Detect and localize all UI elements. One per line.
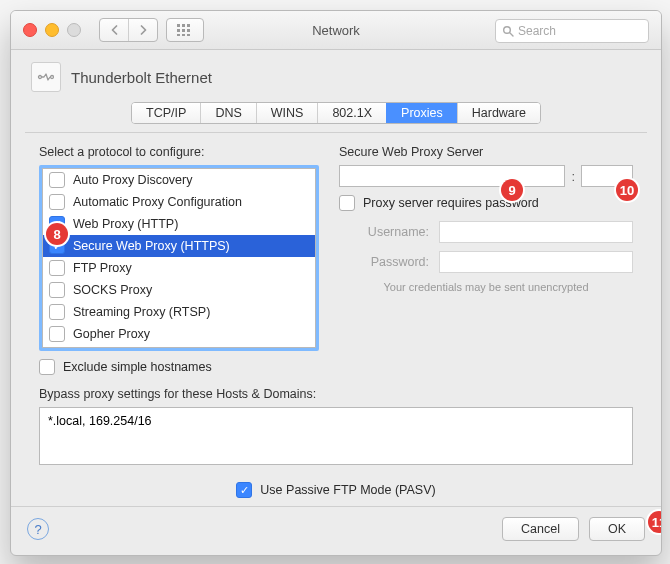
- protocol-label: Streaming Proxy (RTSP): [73, 305, 210, 319]
- protocol-checkbox[interactable]: [49, 260, 65, 276]
- protocol-row[interactable]: Gopher Proxy: [43, 323, 315, 345]
- content-area: Thunderbolt Ethernet TCP/IPDNSWINS802.1X…: [11, 50, 661, 555]
- exclude-simple-label: Exclude simple hostnames: [63, 360, 212, 374]
- interface-name: Thunderbolt Ethernet: [71, 69, 212, 86]
- annotation-9: 9: [501, 179, 523, 201]
- show-all-button[interactable]: [166, 18, 204, 42]
- tab-802-1x[interactable]: 802.1X: [317, 103, 386, 123]
- proxies-panel: Select a protocol to configure: Auto Pro…: [25, 132, 647, 506]
- proxy-server-header: Secure Web Proxy Server: [339, 145, 633, 159]
- svg-point-11: [39, 76, 42, 79]
- svg-rect-3: [177, 29, 180, 32]
- chevron-right-icon: [139, 25, 148, 35]
- svg-rect-1: [182, 24, 185, 27]
- tab-tcp-ip[interactable]: TCP/IP: [132, 103, 200, 123]
- nav-forward-button[interactable]: [128, 19, 157, 41]
- chevron-left-icon: [110, 25, 119, 35]
- svg-rect-4: [182, 29, 185, 32]
- protocol-checkbox[interactable]: [49, 194, 65, 210]
- protocol-row[interactable]: FTP Proxy: [43, 257, 315, 279]
- host-port-separator: :: [571, 169, 575, 184]
- svg-point-9: [504, 27, 511, 34]
- svg-rect-0: [177, 24, 180, 27]
- tab-proxies[interactable]: Proxies: [386, 103, 457, 123]
- protocol-label: Gopher Proxy: [73, 327, 150, 341]
- bypass-label: Bypass proxy settings for these Hosts & …: [39, 387, 633, 401]
- protocol-label: Auto Proxy Discovery: [73, 173, 192, 187]
- protocol-label: Automatic Proxy Configuration: [73, 195, 242, 209]
- window-traffic-lights: [11, 23, 81, 37]
- interface-header: Thunderbolt Ethernet: [31, 62, 643, 92]
- protocol-label: SOCKS Proxy: [73, 283, 152, 297]
- protocol-row[interactable]: Auto Proxy Discovery: [43, 169, 315, 191]
- requires-password-checkbox[interactable]: [339, 195, 355, 211]
- tab-wins[interactable]: WINS: [256, 103, 318, 123]
- unencrypted-warning: Your credentials may be sent unencrypted: [339, 281, 633, 293]
- tab-hardware[interactable]: Hardware: [457, 103, 540, 123]
- nav-back-forward[interactable]: [99, 18, 158, 42]
- protocol-select-label: Select a protocol to configure:: [39, 145, 319, 159]
- tab-bar: TCP/IPDNSWINS802.1XProxiesHardware: [29, 102, 643, 124]
- password-label: Password:: [339, 255, 439, 269]
- ok-button[interactable]: OK: [589, 517, 645, 541]
- username-input[interactable]: [439, 221, 633, 243]
- annotation-10: 10: [616, 179, 638, 201]
- protocol-label: Secure Web Proxy (HTTPS): [73, 239, 230, 253]
- grid-icon: [177, 24, 193, 36]
- search-placeholder: Search: [518, 24, 556, 38]
- svg-rect-6: [177, 34, 180, 36]
- protocol-listbox[interactable]: Auto Proxy DiscoveryAutomatic Proxy Conf…: [39, 165, 319, 351]
- dialog-footer: ? Cancel OK: [11, 506, 661, 555]
- protocol-row[interactable]: SOCKS Proxy: [43, 279, 315, 301]
- svg-rect-2: [187, 24, 190, 27]
- tab-dns[interactable]: DNS: [200, 103, 255, 123]
- protocol-checkbox[interactable]: [49, 304, 65, 320]
- help-button[interactable]: ?: [27, 518, 49, 540]
- protocol-label: FTP Proxy: [73, 261, 132, 275]
- password-input[interactable]: [439, 251, 633, 273]
- svg-rect-7: [182, 34, 185, 36]
- svg-line-10: [510, 33, 513, 36]
- titlebar: Network Search: [11, 11, 661, 50]
- zoom-window-dot[interactable]: [67, 23, 81, 37]
- exclude-simple-checkbox[interactable]: [39, 359, 55, 375]
- annotation-8: 8: [46, 223, 68, 245]
- search-icon: [502, 25, 514, 37]
- proxy-host-input[interactable]: [339, 165, 565, 187]
- username-label: Username:: [339, 225, 439, 239]
- protocol-row[interactable]: Secure Web Proxy (HTTPS): [43, 235, 315, 257]
- protocol-checkbox[interactable]: [49, 282, 65, 298]
- toolbar-search-field[interactable]: Search: [495, 19, 649, 43]
- svg-point-12: [51, 76, 54, 79]
- passive-ftp-checkbox[interactable]: [236, 482, 252, 498]
- protocol-checkbox[interactable]: [49, 172, 65, 188]
- protocol-label: Web Proxy (HTTP): [73, 217, 178, 231]
- ethernet-icon: [31, 62, 61, 92]
- cancel-button[interactable]: Cancel: [502, 517, 579, 541]
- protocol-checkbox[interactable]: [49, 326, 65, 342]
- protocol-row[interactable]: Web Proxy (HTTP): [43, 213, 315, 235]
- svg-rect-5: [187, 29, 190, 32]
- protocol-row[interactable]: Automatic Proxy Configuration: [43, 191, 315, 213]
- svg-rect-8: [187, 34, 190, 36]
- protocol-row[interactable]: Streaming Proxy (RTSP): [43, 301, 315, 323]
- passive-ftp-label: Use Passive FTP Mode (PASV): [260, 483, 435, 497]
- minimize-window-dot[interactable]: [45, 23, 59, 37]
- close-window-dot[interactable]: [23, 23, 37, 37]
- nav-back-button[interactable]: [100, 19, 128, 41]
- bypass-textarea[interactable]: [39, 407, 633, 465]
- network-prefs-window: Network Search Thunderbolt Ethernet TCP/…: [10, 10, 662, 556]
